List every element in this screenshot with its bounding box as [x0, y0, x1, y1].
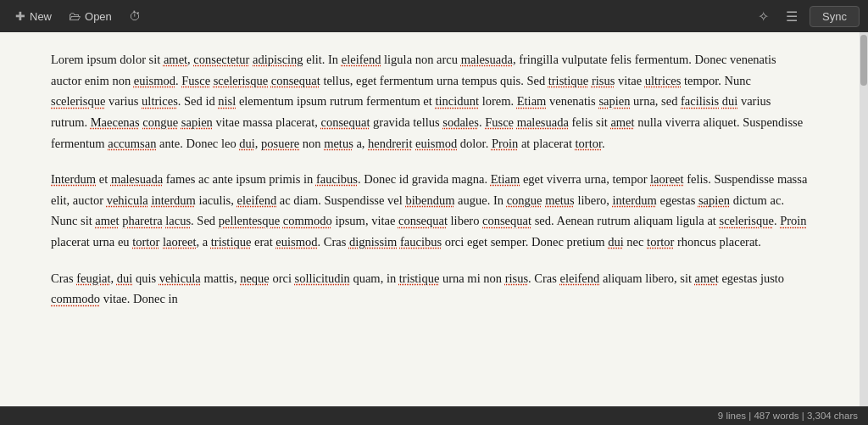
spell-posuere: posuere [261, 137, 299, 150]
spell-feugiat: feugiat [76, 271, 110, 285]
spell-consequat3: consequat [398, 214, 448, 227]
spell-pharetra: pharetra [122, 214, 163, 227]
circle-icon: ✧ [758, 9, 769, 24]
scrollbar-thumb[interactable] [860, 35, 867, 86]
spell-proin1: Proin [492, 137, 518, 150]
spell-eleifend3: eleifend [560, 271, 600, 285]
spell-bibendum: bibendum [405, 193, 454, 207]
spell-amet4: amet [695, 271, 719, 285]
spell-fusce2: Fusce [485, 115, 514, 129]
spell-scelerisque1: scelerisque [214, 74, 268, 87]
spell-vehicula1: vehicula [107, 193, 148, 207]
stats-label: 9 lines | 487 words | 3,304 chars [718, 411, 858, 421]
spell-etiam2: Etiam [491, 172, 520, 186]
spell-consequat4: consequat [482, 214, 531, 227]
spell-etiam1: Etiam [517, 94, 547, 108]
scrollbar[interactable] [860, 32, 868, 406]
spell-pellentesque: pellentesque [219, 214, 280, 227]
spell-amet2: amet [610, 115, 634, 129]
spell-consectetur: consectetur [193, 53, 249, 66]
spell-sollicitudin: sollicitudin [295, 271, 350, 285]
sync-button[interactable]: Sync [810, 6, 860, 27]
statusbar: 9 lines | 487 words | 3,304 chars [0, 406, 868, 425]
open-button[interactable]: 🗁 Open [62, 6, 119, 26]
folder-icon: 🗁 [69, 9, 81, 23]
paragraph-3: Cras feugiat, dui quis vehicula mattis, … [51, 268, 809, 310]
paragraph-1: Lorem ipsum dolor sit amet, consectetur … [51, 49, 809, 154]
plus-icon: ✚ [15, 9, 25, 23]
open-label: Open [85, 10, 112, 23]
spell-commodo2: commodo [51, 292, 100, 305]
spell-commodo1: commodo [283, 214, 332, 227]
spell-euismod2: euismod [415, 137, 457, 150]
spell-neque: neque [240, 271, 270, 285]
spell-vehicula2: vehicula [159, 271, 201, 285]
new-button[interactable]: ✚ New [8, 6, 58, 26]
paragraph-2: Interdum et malesuada fames ac ante ipsu… [51, 169, 809, 253]
content-area: Lorem ipsum dolor sit amet, consectetur … [0, 32, 868, 406]
spell-proin2: Proin [780, 214, 806, 227]
spell-consequat1: consequat [271, 74, 320, 87]
spell-laoreet2: laoreet [163, 235, 196, 249]
spell-metus2: metus [545, 193, 575, 207]
spell-tristique1: tristique [548, 74, 589, 87]
spell-interdum2: interdum [151, 193, 195, 207]
spell-sapien2: sapien [181, 115, 213, 129]
settings-circle-button[interactable]: ✧ [753, 5, 774, 28]
spell-adipiscing: adipiscing [253, 53, 303, 66]
spell-tristique3: tristique [399, 271, 440, 285]
spell-congue2: congue [507, 193, 542, 207]
spell-tortor1: tortor [576, 137, 602, 150]
toolbar: ✚ New 🗁 Open ⏱ ✧ ☰ Sync [0, 0, 868, 32]
spell-amet: amet [164, 53, 187, 66]
spell-eleifend2: eleifend [236, 193, 276, 207]
spell-tristique2: tristique [211, 235, 252, 249]
spell-dui3: dui [608, 235, 624, 249]
spell-amet3: amet [95, 214, 119, 227]
spell-dignissim: dignissim [349, 235, 397, 249]
spell-maecenas: Maecenas [91, 115, 140, 129]
spell-tincidunt: tincidunt [435, 94, 479, 108]
spell-congue1: congue [142, 115, 178, 129]
spell-risus2: risus [505, 271, 528, 285]
spell-dui4: dui [117, 271, 133, 285]
toolbar-right: ✧ ☰ Sync [753, 5, 860, 28]
hamburger-icon: ☰ [786, 9, 798, 24]
spell-sapien1: sapien [598, 94, 630, 108]
spell-dui2: dui [239, 137, 255, 150]
spell-tortor2: tortor [132, 235, 159, 249]
spell-lacus: lacus [165, 214, 191, 227]
spell-eleifend1: eleifend [342, 53, 381, 66]
spell-scelerisque3: scelerisque [719, 214, 773, 227]
spell-interdum1: Interdum [51, 172, 96, 186]
spell-malesuada2: malesuada [517, 115, 569, 129]
spell-tortor3: tortor [647, 235, 674, 249]
spell-euismod3: euismod [275, 235, 317, 249]
spell-dui1: dui [722, 94, 738, 108]
spell-ultrices2: ultrices [142, 94, 178, 108]
spell-interdum3: interdum [612, 193, 656, 207]
sync-label: Sync [822, 10, 847, 23]
clock-icon: ⏱ [129, 9, 141, 23]
spell-euismod1: euismod [134, 74, 175, 87]
spell-metus: metus [324, 137, 353, 150]
spell-risus1: risus [592, 74, 615, 87]
new-label: New [30, 10, 52, 23]
spell-accumsan: accumsan [108, 137, 156, 150]
menu-button[interactable]: ☰ [781, 5, 803, 28]
spell-laoreet1: laoreet [650, 172, 683, 186]
spell-nisl: nisl [218, 94, 236, 108]
spell-sodales: sodales [442, 115, 479, 129]
spell-facilisis: facilisis [681, 94, 719, 108]
spell-scelerisque2: scelerisque [51, 94, 105, 108]
spell-hendrerit: hendrerit [368, 137, 412, 150]
history-button[interactable]: ⏱ [122, 6, 147, 26]
spell-malesuada3: malesuada [111, 172, 163, 186]
spell-fusce1: Fusce [181, 74, 210, 87]
spell-ultrices1: ultrices [645, 74, 682, 87]
spell-sapien3: sapien [698, 193, 730, 207]
spell-malesuada1: malesuada [461, 53, 513, 66]
spell-faucibus1: faucibus [316, 172, 358, 186]
spell-consequat2: consequat [320, 115, 370, 129]
editor[interactable]: Lorem ipsum dolor sit amet, consectetur … [0, 32, 860, 406]
